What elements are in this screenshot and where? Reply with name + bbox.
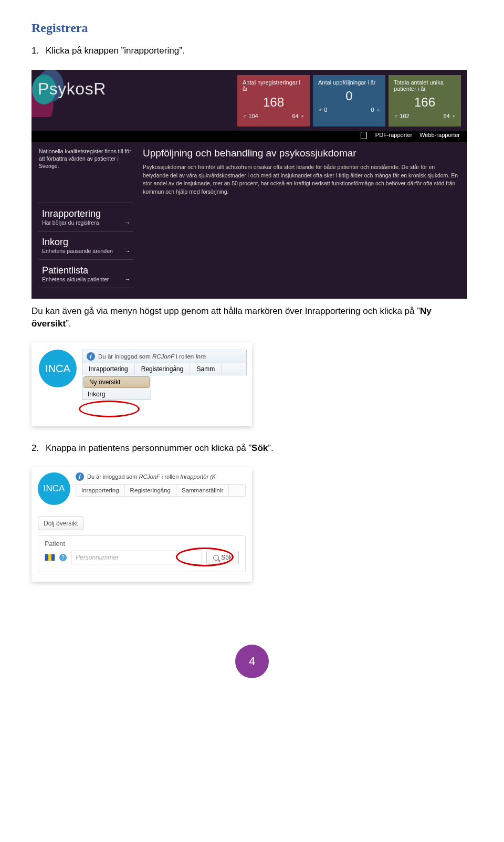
stat-male: ♂ 0 <box>318 107 327 113</box>
stat-male: ♂ 102 <box>394 113 410 119</box>
main-body-text: Psykossjukdomar och framför allt schizof… <box>143 163 460 196</box>
left-intro-text: Nationella kvalitetsregister finns till … <box>39 148 133 170</box>
info-icon: i <box>76 472 84 481</box>
brand-logo: PsykosR <box>34 75 108 99</box>
step-1-body: Klicka på knappen ”inrapportering”. <box>46 46 185 56</box>
menu-item-ny-oversikt[interactable]: Ny översikt <box>83 376 150 388</box>
stat-box-registrations: Antal nyregistreringar i år 168 ♂ 104 64… <box>237 75 310 127</box>
sidenav-inkorg[interactable]: Inkorg Enhetens pausande ärenden → <box>39 231 133 259</box>
pdf-reports-link[interactable]: PDF-rapporter <box>375 132 412 139</box>
highlight-oval <box>176 548 234 566</box>
sidenav-subtitle: Enhetens pausande ärenden <box>42 248 113 254</box>
patient-panel: Patient ? Personnummer Sök <box>38 535 246 572</box>
section-heading: Registrera <box>32 21 472 35</box>
menu-samm[interactable]: Samm <box>190 363 222 375</box>
step-2-text: 2. Knappa in patientens personnummer och… <box>32 442 472 455</box>
stat-value: 0 <box>318 89 380 103</box>
info-icon: i <box>87 352 95 361</box>
sidenav-title: Inkorg <box>42 237 130 248</box>
menu-sammanstallning[interactable]: Sammanställnir <box>176 485 229 496</box>
stat-label: Totala antalet unika patienter i år <box>394 79 456 92</box>
step-1-number: 1. <box>32 46 39 56</box>
stat-female: 64 ♀ <box>292 113 304 119</box>
highlight-oval <box>79 401 140 417</box>
stat-box-unique-patients: Totala antalet unika patienter i år 166 … <box>388 75 461 127</box>
login-status-row: i Du är inloggad som RCJonF i rollen Inr… <box>76 472 246 482</box>
sidenav-title: Patientlista <box>42 265 130 276</box>
login-text: Du är inloggad som RCJonF i rollen Inrap… <box>87 473 216 480</box>
stat-female: 0 ♀ <box>371 107 380 113</box>
stat-box-followups: Antal uppföljningar i år 0 ♂ 0 0 ♀ <box>313 75 385 127</box>
arrow-right-icon: → <box>125 248 131 254</box>
lock-icon <box>361 132 367 139</box>
sidenav-subtitle: Enhetens aktuella patienter <box>42 276 109 282</box>
step-2-number: 2. <box>32 443 39 453</box>
paragraph-2: Du kan även gå via menyn högst upp genom… <box>32 305 472 330</box>
login-text: Du är inloggad som RCJonF i rollen Inra <box>98 353 206 360</box>
arrow-right-icon: → <box>125 219 131 226</box>
dropdown-menu: Ny översikt Inkorg <box>82 376 151 400</box>
stat-label: Antal nyregistreringar i år <box>243 79 304 92</box>
help-icon[interactable]: ? <box>59 554 67 561</box>
inca-search-screenshot: INCA i Du är inloggad som RCJonF i rolle… <box>32 467 252 582</box>
side-navigation: Inrapportering Här börjar du registrera … <box>39 203 133 288</box>
inca-logo: INCA <box>39 350 77 387</box>
login-status-row: i Du är inloggad som RCJonF i rollen Inr… <box>82 350 247 363</box>
sidenav-title: Inrapportering <box>42 208 130 219</box>
stat-boxes: Antal nyregistreringar i år 168 ♂ 104 64… <box>237 75 461 127</box>
sidenav-patientlista[interactable]: Patientlista Enhetens aktuella patienter… <box>39 259 133 288</box>
menubar: Inrapportering Registeringång Samm <box>82 363 247 375</box>
hide-overview-button[interactable]: Dölj översikt <box>38 517 83 530</box>
stat-value: 168 <box>243 95 304 110</box>
stat-value: 166 <box>394 95 456 110</box>
menu-registeringang[interactable]: Registeringång <box>135 363 191 375</box>
psykosr-screenshot: PsykosR Antal nyregistreringar i år 168 … <box>32 70 467 299</box>
inca-menu-screenshot: INCA i Du är inloggad som RCJonF i rolle… <box>32 342 252 426</box>
main-heading: Uppföljning och behandling av psykossjuk… <box>143 148 460 159</box>
menu-item-inkorg[interactable]: Inkorg <box>82 389 151 399</box>
sweden-flag-icon[interactable] <box>45 554 55 561</box>
menu-inrapportering[interactable]: Inrapportering <box>76 485 125 496</box>
sidenav-inrapportering[interactable]: Inrapportering Här börjar du registrera … <box>39 203 133 231</box>
page-number-badge: 4 <box>235 645 269 678</box>
stat-female: 64 ♀ <box>443 113 456 119</box>
menu-inrapportering[interactable]: Inrapportering <box>82 363 135 375</box>
stat-label: Antal uppföljningar i år <box>318 79 380 86</box>
arrow-right-icon: → <box>125 276 131 282</box>
inca-logo: INCA <box>38 472 70 505</box>
step-1-text: 1. Klicka på knappen ”inrapportering”. <box>32 45 472 57</box>
sidenav-subtitle: Här börjar du registrera <box>42 219 99 226</box>
menu-registeringang[interactable]: Registeringång <box>125 485 176 496</box>
stat-male: ♂ 104 <box>243 113 258 119</box>
web-reports-link[interactable]: Webb-rapporter <box>419 132 460 139</box>
menubar: Inrapportering Registeringång Sammanstäl… <box>76 484 246 497</box>
